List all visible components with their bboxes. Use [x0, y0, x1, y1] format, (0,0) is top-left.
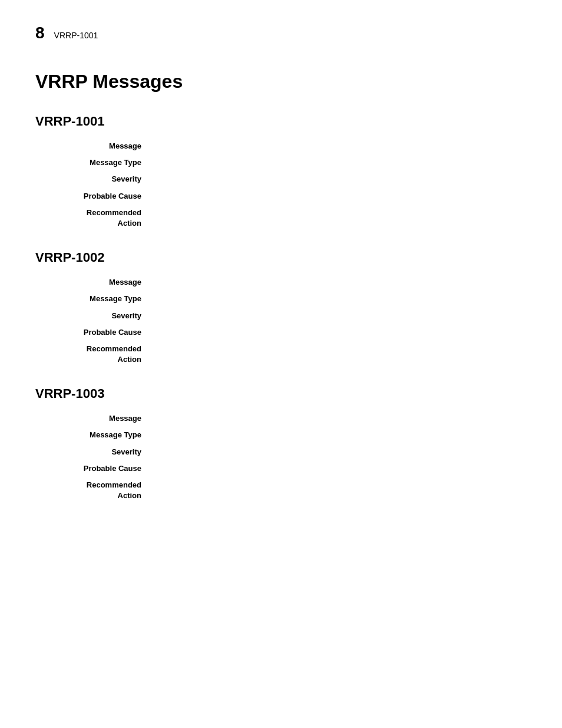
- field-label-vrrp-1001-2: Severity: [35, 174, 153, 185]
- section-title-vrrp-1003: VRRP-1003: [35, 386, 527, 401]
- field-label-vrrp-1003-4: RecommendedAction: [35, 480, 153, 501]
- field-row-vrrp-1002-0: Message: [35, 277, 527, 288]
- field-row-vrrp-1001-4: RecommendedAction: [35, 207, 527, 229]
- field-label-vrrp-1003-3: Probable Cause: [35, 463, 153, 474]
- field-row-vrrp-1003-4: RecommendedAction: [35, 480, 527, 501]
- field-label-vrrp-1001-0: Message: [35, 141, 153, 151]
- section-vrrp-1001: VRRP-1001MessageMessage TypeSeverityProb…: [35, 114, 527, 229]
- field-label-vrrp-1001-1: Message Type: [35, 157, 153, 168]
- field-row-vrrp-1001-0: Message: [35, 141, 527, 151]
- page-number: 8: [35, 24, 45, 42]
- sections-container: VRRP-1001MessageMessage TypeSeverityProb…: [35, 114, 527, 501]
- field-row-vrrp-1002-2: Severity: [35, 311, 527, 321]
- field-label-vrrp-1001-4: RecommendedAction: [35, 207, 153, 229]
- page-header: 8 VRRP-1001: [35, 24, 527, 47]
- field-row-vrrp-1003-1: Message Type: [35, 430, 527, 440]
- field-row-vrrp-1003-2: Severity: [35, 447, 527, 457]
- field-row-vrrp-1001-1: Message Type: [35, 157, 527, 168]
- field-row-vrrp-1003-3: Probable Cause: [35, 463, 527, 474]
- field-row-vrrp-1002-4: RecommendedAction: [35, 344, 527, 365]
- field-label-vrrp-1002-3: Probable Cause: [35, 327, 153, 338]
- field-label-vrrp-1002-2: Severity: [35, 311, 153, 321]
- field-label-vrrp-1002-1: Message Type: [35, 294, 153, 304]
- field-label-vrrp-1002-4: RecommendedAction: [35, 344, 153, 365]
- field-row-vrrp-1002-1: Message Type: [35, 294, 527, 304]
- section-title-vrrp-1002: VRRP-1002: [35, 250, 527, 265]
- field-label-vrrp-1003-0: Message: [35, 413, 153, 424]
- field-label-vrrp-1002-0: Message: [35, 277, 153, 288]
- page-subtitle: VRRP-1001: [54, 31, 98, 40]
- main-title: VRRP Messages: [35, 71, 527, 93]
- field-row-vrrp-1003-0: Message: [35, 413, 527, 424]
- field-row-vrrp-1002-3: Probable Cause: [35, 327, 527, 338]
- field-label-vrrp-1003-2: Severity: [35, 447, 153, 457]
- field-label-vrrp-1003-1: Message Type: [35, 430, 153, 440]
- field-row-vrrp-1001-3: Probable Cause: [35, 191, 527, 202]
- section-vrrp-1003: VRRP-1003MessageMessage TypeSeverityProb…: [35, 386, 527, 501]
- field-label-vrrp-1001-3: Probable Cause: [35, 191, 153, 202]
- section-vrrp-1002: VRRP-1002MessageMessage TypeSeverityProb…: [35, 250, 527, 365]
- section-title-vrrp-1001: VRRP-1001: [35, 114, 527, 129]
- field-row-vrrp-1001-2: Severity: [35, 174, 527, 185]
